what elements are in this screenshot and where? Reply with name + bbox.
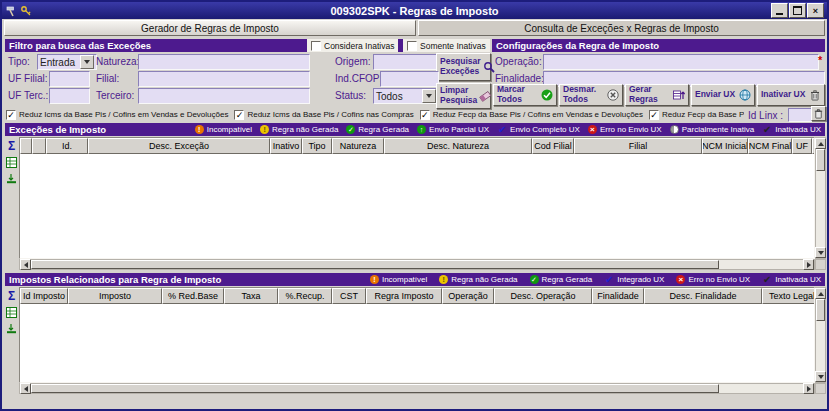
column-header-filial[interactable]: Filial bbox=[574, 138, 702, 154]
column-header-uf[interactable]: UF bbox=[792, 138, 812, 154]
status-select[interactable]: Todos bbox=[373, 88, 439, 104]
scroll-right-icon[interactable] bbox=[803, 383, 814, 394]
somente-inativas-option[interactable]: Somente Inativas bbox=[403, 39, 490, 52]
reduction-option-fecp-vendas[interactable]: ✓ Reduz Fecp da Base Pis / Cofins em Ven… bbox=[420, 110, 643, 120]
uf-filial-input[interactable] bbox=[49, 71, 90, 87]
terceiro-input[interactable] bbox=[138, 88, 310, 104]
export-arrow-icon[interactable] bbox=[6, 323, 17, 334]
column-header-desc-finalidade[interactable]: Desc. Finalidade bbox=[644, 288, 762, 304]
column-header-imposto[interactable]: Imposto bbox=[68, 288, 162, 304]
column-header-taxa[interactable]: Taxa bbox=[224, 288, 278, 304]
scroll-up-icon[interactable] bbox=[815, 288, 826, 299]
inativar-ux-button[interactable]: Inativar UX bbox=[757, 84, 825, 106]
enviar-ux-button[interactable]: Enviar UX bbox=[691, 84, 755, 106]
legend-label: Inativada UX bbox=[775, 275, 821, 284]
column-header-recup[interactable]: %.Recup. bbox=[278, 288, 332, 304]
column-header-red-base[interactable]: % Red.Base bbox=[162, 288, 224, 304]
close-button[interactable]: × bbox=[807, 3, 824, 18]
column-header-cod-filial[interactable]: Cod Filial bbox=[532, 138, 574, 154]
scroll-down-icon[interactable] bbox=[815, 247, 826, 258]
limpar-pesquisa-label: Limpar Pesquisa bbox=[440, 86, 477, 106]
pesquisar-excecoes-button[interactable]: Pesquisar Exceções bbox=[436, 53, 491, 81]
somente-inativas-label: Somente Inativas bbox=[420, 41, 486, 51]
sum-icon[interactable]: Σ bbox=[8, 290, 15, 302]
maximize-button[interactable] bbox=[789, 3, 806, 18]
filter-section-header: Filtro para busca das Exceções Considera… bbox=[5, 39, 490, 52]
exceptions-hscrollbar[interactable] bbox=[19, 259, 815, 270]
reduction-option-icms-compras[interactable]: ✓ Reduz Icms da Base Pis / Cofins nas Co… bbox=[234, 110, 413, 120]
trash-icon bbox=[813, 108, 824, 119]
checkbox-icon[interactable]: ✓ bbox=[234, 110, 244, 120]
column-header-id-imposto[interactable]: Id Imposto bbox=[20, 288, 68, 304]
column-header-select[interactable] bbox=[32, 138, 46, 154]
reduction-option-icms-vendas[interactable]: ✓ Reduz Icms da Base Pis / Cofins em Ven… bbox=[6, 110, 228, 120]
column-header-indicator[interactable] bbox=[20, 138, 32, 154]
considera-inativas-option[interactable]: Considera Inativas bbox=[307, 39, 398, 52]
tab-consulta-excecoes[interactable]: Consulta de Exceções x Regras de Imposto bbox=[418, 20, 825, 36]
column-header-cst[interactable]: CST bbox=[332, 288, 366, 304]
ind-cfop-input[interactable] bbox=[380, 71, 439, 87]
scroll-up-icon[interactable] bbox=[815, 138, 826, 149]
checkbox-icon[interactable]: ✓ bbox=[420, 110, 430, 120]
operacao-input[interactable] bbox=[543, 54, 819, 70]
tipo-select[interactable]: Entrada bbox=[37, 54, 97, 70]
origem-input[interactable] bbox=[373, 54, 439, 70]
status-dropdown-arrow-icon[interactable] bbox=[422, 89, 436, 103]
scroll-right-icon[interactable] bbox=[803, 259, 814, 270]
column-header-desc-natureza[interactable]: Desc. Natureza bbox=[384, 138, 532, 154]
reduction-option-label: Reduz Icms da Base Pis / Cofins em Venda… bbox=[19, 110, 228, 119]
column-header-texto-legal[interactable]: Texto Legal bbox=[762, 288, 815, 304]
exceptions-vscrollbar[interactable] bbox=[815, 137, 826, 259]
legend-label: Integrado UX bbox=[617, 275, 664, 284]
scroll-left-icon[interactable] bbox=[20, 383, 31, 394]
vscroll-thumb[interactable] bbox=[816, 149, 825, 171]
marcar-todos-button[interactable]: Marcar Todos bbox=[493, 84, 557, 106]
taxes-grid-body[interactable] bbox=[20, 304, 814, 382]
desmarcar-todos-button[interactable]: Desmar. Todos bbox=[559, 84, 623, 106]
taxes-vscrollbar[interactable] bbox=[815, 287, 826, 383]
export-arrow-icon[interactable] bbox=[6, 173, 17, 184]
export-grid-icon[interactable] bbox=[6, 307, 17, 318]
filial-input[interactable] bbox=[138, 71, 310, 87]
gerar-regras-button[interactable]: Gerar Regras bbox=[625, 84, 689, 106]
legend-item: Envio Completo UX bbox=[497, 125, 580, 134]
minimize-button[interactable] bbox=[771, 3, 788, 18]
column-header-ncm-final[interactable]: NCM Final bbox=[748, 138, 792, 154]
column-header-regra-imposto[interactable]: Regra Imposto bbox=[366, 288, 442, 304]
natureza-input[interactable] bbox=[138, 54, 310, 70]
considera-inativas-checkbox[interactable] bbox=[311, 41, 321, 51]
tab-gerador-regras[interactable]: Gerador de Regras de Imposto bbox=[4, 20, 416, 36]
somente-inativas-checkbox[interactable] bbox=[407, 41, 417, 51]
tipo-dropdown-arrow-icon[interactable] bbox=[80, 55, 94, 69]
exceptions-grid-body[interactable] bbox=[20, 154, 814, 258]
hscroll-thumb[interactable] bbox=[31, 384, 719, 393]
column-header-inativo[interactable]: Inativo bbox=[270, 138, 302, 154]
uf-terc-input[interactable] bbox=[49, 88, 90, 104]
check-circle-icon bbox=[541, 89, 553, 101]
column-header-tipo[interactable]: Tipo bbox=[302, 138, 332, 154]
checkbox-icon[interactable]: ✓ bbox=[649, 110, 659, 120]
export-grid-icon[interactable] bbox=[6, 157, 17, 168]
exceptions-grid[interactable]: Id. Desc. Exceção Inativo Tipo Natureza … bbox=[19, 137, 815, 259]
id-linx-clear-button[interactable] bbox=[811, 106, 826, 121]
column-header-natureza[interactable]: Natureza bbox=[332, 138, 384, 154]
column-header-finalidade[interactable]: Finalidade bbox=[592, 288, 644, 304]
taxes-grid[interactable]: Id Imposto Imposto % Red.Base Taxa %.Rec… bbox=[19, 287, 815, 383]
taxes-grid-header: Id Imposto Imposto % Red.Base Taxa %.Rec… bbox=[20, 288, 815, 304]
hscroll-thumb[interactable] bbox=[31, 260, 719, 269]
column-header-id[interactable]: Id. bbox=[46, 138, 88, 154]
vscroll-thumb[interactable] bbox=[816, 299, 825, 321]
limpar-pesquisa-button[interactable]: Limpar Pesquisa bbox=[436, 83, 491, 109]
reduction-option-fecp-compras[interactable]: ✓ Reduz Fecp da Base Pis / Cofins nas Co… bbox=[649, 110, 744, 120]
scroll-down-icon[interactable] bbox=[815, 371, 826, 382]
column-header-operacao[interactable]: Operação bbox=[442, 288, 494, 304]
column-header-ncm-inicial[interactable]: NCM Inicial bbox=[702, 138, 748, 154]
column-header-desc-excecao[interactable]: Desc. Exceção bbox=[88, 138, 270, 154]
taxes-hscrollbar[interactable] bbox=[19, 383, 815, 394]
sum-icon[interactable]: Σ bbox=[8, 140, 15, 152]
send-error-icon bbox=[588, 125, 597, 134]
checkbox-icon[interactable]: ✓ bbox=[6, 110, 16, 120]
column-header-desc-operacao[interactable]: Desc. Operação bbox=[494, 288, 592, 304]
titlebar-icons bbox=[5, 5, 32, 17]
scroll-left-icon[interactable] bbox=[20, 259, 31, 270]
